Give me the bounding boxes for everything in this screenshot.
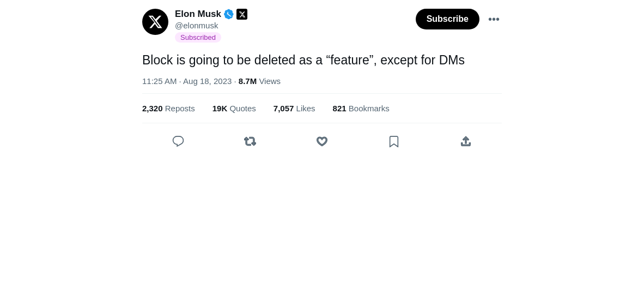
meta-dot-separator-2: · <box>234 76 239 86</box>
user-details: Elon Musk @elonmusk <box>175 9 247 43</box>
x-brand-icon <box>236 9 247 20</box>
tweet-header: Elon Musk @elonmusk <box>142 9 502 43</box>
actions-divider <box>142 123 502 123</box>
tweet-actions <box>142 125 502 155</box>
views-count: 8.7M <box>239 76 257 86</box>
tweet-time: 11:25 AM <box>142 76 177 86</box>
likes-stat[interactable]: 7,057 Likes <box>274 104 315 113</box>
quotes-count: 19K <box>212 104 228 113</box>
x-logo-icon <box>148 14 163 29</box>
subscribe-button[interactable]: Subscribe <box>416 9 479 29</box>
tweet-metadata: 11:25 AM · Aug 18, 2023 · 8.7M Views <box>142 76 502 86</box>
display-name: Elon Musk <box>175 9 221 20</box>
views-label-text: Views <box>259 76 281 86</box>
reply-button[interactable] <box>168 131 189 152</box>
verified-checkmark-icon <box>223 9 234 20</box>
more-options-button[interactable]: ••• <box>486 11 502 28</box>
bookmarks-count: 821 <box>333 104 347 113</box>
reposts-label-text: Reposts <box>165 104 195 113</box>
tweet-date: Aug 18, 2023 <box>183 76 232 86</box>
repost-button[interactable] <box>240 131 260 152</box>
tweet-text: Block is going to be deleted as a “featu… <box>142 51 502 69</box>
reposts-stat[interactable]: 2,320 Reposts <box>142 104 195 113</box>
stats-divider-top <box>142 93 502 94</box>
user-info-section: Elon Musk @elonmusk <box>142 9 247 43</box>
bookmark-button[interactable] <box>384 131 404 152</box>
avatar[interactable] <box>142 9 168 35</box>
engagement-stats: 2,320 Reposts 19K Quotes 7,057 Likes 821… <box>142 96 502 121</box>
likes-label: Likes <box>296 104 315 113</box>
quotes-label: Quotes <box>229 104 256 113</box>
tweet-container: Elon Musk @elonmusk <box>131 0 513 155</box>
quotes-stat[interactable]: 19K Quotes <box>212 104 256 113</box>
bookmarks-stat[interactable]: 821 Bookmarks <box>333 104 390 113</box>
share-button[interactable] <box>455 131 476 152</box>
user-handle: @elonmusk <box>175 21 247 30</box>
bookmarks-label: Bookmarks <box>349 104 390 113</box>
more-dots-icon: ••• <box>488 13 500 26</box>
share-icon <box>460 135 472 147</box>
name-row: Elon Musk <box>175 9 247 20</box>
meta-dot-separator: · <box>179 76 184 86</box>
header-actions: Subscribe ••• <box>416 9 502 29</box>
like-button[interactable] <box>312 131 332 152</box>
subscribed-badge: Subscribed <box>175 32 221 43</box>
likes-count: 7,057 <box>274 104 294 113</box>
like-icon <box>316 135 328 147</box>
reposts-count: 2,320 <box>142 104 163 113</box>
repost-icon <box>244 135 256 147</box>
reply-icon <box>172 135 184 147</box>
bookmark-icon <box>388 135 400 147</box>
